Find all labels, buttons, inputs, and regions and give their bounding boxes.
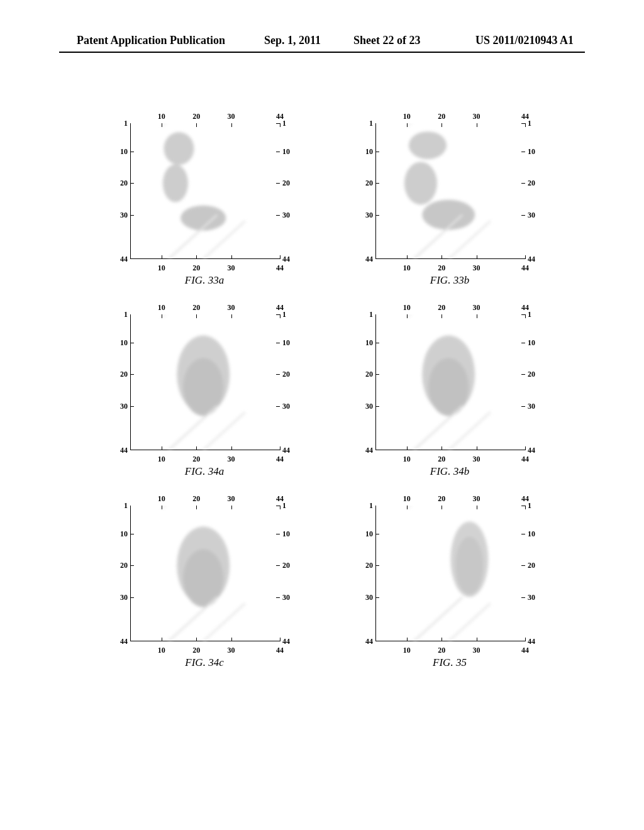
- axis-tick-left: 30: [120, 592, 128, 602]
- plot-wrapper: 1110101010202020203030303044444444: [110, 495, 299, 653]
- axis-tick-top: 30: [228, 112, 235, 121]
- axis-tick-top: 44: [276, 303, 284, 313]
- axis-tick-left: 20: [365, 179, 373, 188]
- axis-tick-bottom: 44: [521, 455, 529, 464]
- axis-tick-left: 1: [124, 501, 128, 511]
- svg-line-16: [203, 412, 245, 450]
- axis-tick-top: 20: [192, 112, 200, 121]
- axis-tick-left: 44: [365, 637, 373, 646]
- figure-cell: 1110101010202020203030303044444444FIG. 3…: [101, 495, 308, 669]
- axis-tick-right: 30: [528, 210, 535, 219]
- axis-tick-bottom: 44: [276, 455, 284, 464]
- svg-point-24: [183, 550, 223, 607]
- axis-tick-bottom: 44: [521, 263, 529, 273]
- header-pubno: US 2011/0210943 A1: [475, 34, 574, 47]
- plot-wrapper: 1110101010202020203030303044444444: [110, 113, 299, 270]
- figure-caption: FIG. 34b: [430, 465, 469, 478]
- axis-tick-bottom: 10: [403, 646, 411, 655]
- axis-tick-left: 30: [120, 210, 128, 219]
- svg-point-9: [422, 200, 475, 230]
- axis-tick-left: 44: [120, 446, 128, 455]
- axis-tick-right: 30: [282, 210, 290, 219]
- axis-tick-right: 10: [282, 147, 290, 157]
- axis-tick-bottom: 10: [403, 263, 411, 273]
- axis-tick-bottom: 20: [192, 455, 200, 464]
- axis-tick-top: 10: [158, 303, 165, 313]
- axis-tick-top: 10: [158, 494, 165, 504]
- header-date: Sep. 1, 2011: [264, 34, 321, 47]
- axis-tick-top: 10: [403, 303, 411, 313]
- axis-tick-left: 1: [369, 119, 373, 128]
- axis-tick-left: 44: [120, 255, 128, 264]
- svg-point-7: [409, 131, 447, 159]
- header-divider: [59, 52, 585, 53]
- axis-tick-top: 30: [228, 303, 235, 313]
- axis-tick-right: 10: [282, 529, 290, 539]
- axis-tick-right: 44: [282, 446, 290, 455]
- axis-tick-top: 30: [473, 494, 480, 504]
- plot-area: [130, 506, 280, 641]
- axis-tick-top: 30: [228, 494, 235, 504]
- svg-line-27: [162, 506, 189, 509]
- axis-tick-left: 10: [365, 529, 373, 539]
- axis-tick-right: 44: [528, 255, 535, 264]
- figure-caption: FIG. 34c: [185, 656, 223, 669]
- axis-tick-top: 10: [403, 494, 411, 504]
- plot-area: [375, 506, 525, 641]
- axis-tick-bottom: 30: [228, 646, 235, 655]
- axis-tick-top: 10: [403, 112, 411, 121]
- axis-tick-left: 10: [365, 338, 373, 348]
- svg-line-17: [162, 314, 189, 318]
- svg-line-6: [162, 123, 189, 126]
- axis-tick-left: 20: [120, 179, 128, 188]
- plot-wrapper: 1110101010202020203030303044444444: [110, 304, 299, 462]
- svg-line-31: [448, 604, 490, 641]
- axis-tick-top: 20: [192, 303, 200, 313]
- axis-tick-bottom: 10: [158, 455, 165, 464]
- figure-caption: FIG. 33b: [430, 274, 469, 287]
- axis-tick-top: 20: [438, 494, 445, 504]
- svg-line-26: [203, 604, 245, 641]
- axis-tick-right: 20: [528, 179, 535, 188]
- plot-area: [375, 314, 525, 450]
- figure-caption: FIG. 35: [433, 656, 467, 669]
- axis-tick-right: 44: [282, 637, 290, 646]
- axis-tick-left: 20: [120, 370, 128, 379]
- svg-line-21: [448, 412, 490, 450]
- axis-tick-bottom: 20: [192, 646, 200, 655]
- plot-area: [375, 123, 525, 259]
- axis-tick-right: 30: [528, 401, 535, 411]
- axis-tick-top: 44: [276, 494, 284, 504]
- plot-wrapper: 1110101010202020203030303044444444: [355, 304, 544, 462]
- axis-tick-left: 44: [120, 637, 128, 646]
- axis-tick-right: 44: [282, 255, 290, 264]
- axis-tick-left: 44: [365, 255, 373, 264]
- figure-cell: 1110101010202020203030303044444444FIG. 3…: [346, 304, 553, 478]
- axis-tick-right: 10: [282, 338, 290, 348]
- axis-tick-top: 44: [521, 112, 529, 121]
- svg-point-0: [164, 132, 194, 165]
- axis-tick-left: 1: [124, 310, 128, 319]
- plot-area: [130, 314, 280, 450]
- svg-line-12: [407, 123, 435, 126]
- axis-tick-bottom: 10: [403, 455, 411, 464]
- axis-tick-right: 30: [528, 592, 535, 602]
- axis-tick-left: 44: [365, 446, 373, 455]
- axis-tick-right: 10: [528, 529, 535, 539]
- axis-tick-right: 44: [528, 637, 535, 646]
- axis-tick-top: 10: [158, 112, 165, 121]
- header-publication: Patent Application Publication: [77, 34, 225, 47]
- axis-tick-bottom: 30: [228, 455, 235, 464]
- figure-grid: 1110101010202020203030303044444444FIG. 3…: [101, 113, 553, 669]
- axis-tick-top: 44: [521, 494, 529, 504]
- axis-tick-right: 44: [528, 446, 535, 455]
- figure-cell: 1110101010202020203030303044444444FIG. 3…: [346, 495, 553, 669]
- axis-tick-top: 44: [521, 303, 529, 313]
- axis-tick-left: 20: [120, 561, 128, 570]
- axis-tick-top: 20: [438, 112, 445, 121]
- plot-area: [130, 123, 280, 259]
- axis-tick-left: 30: [120, 401, 128, 411]
- axis-tick-right: 20: [282, 179, 290, 188]
- axis-tick-bottom: 30: [228, 263, 235, 273]
- axis-tick-right: 30: [282, 592, 290, 602]
